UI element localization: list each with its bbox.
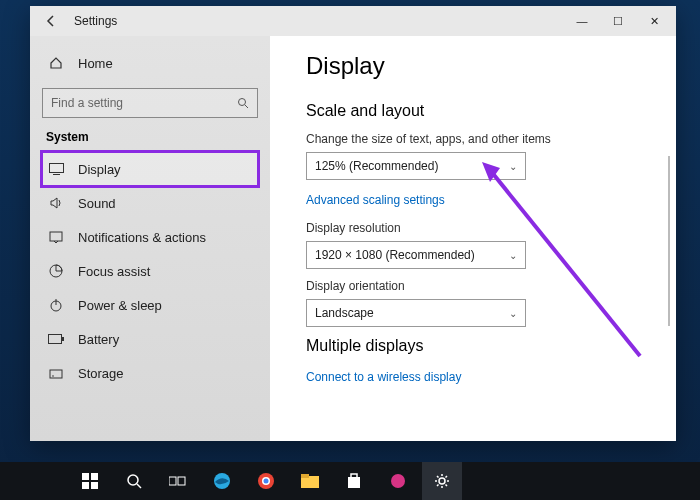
wireless-display-link[interactable]: Connect to a wireless display (306, 370, 461, 384)
sidebar-home[interactable]: Home (42, 46, 258, 80)
scale-value: 125% (Recommended) (315, 159, 438, 173)
page-title: Display (306, 52, 648, 80)
sound-icon (48, 195, 64, 211)
explorer-button[interactable] (290, 462, 330, 500)
content-pane: Display Scale and layout Change the size… (270, 36, 676, 441)
svg-point-30 (439, 478, 445, 484)
resolution-value: 1920 × 1080 (Recommended) (315, 248, 475, 262)
search-icon (237, 97, 249, 109)
sidebar-item-label: Power & sleep (78, 298, 162, 313)
resolution-select[interactable]: 1920 × 1080 (Recommended) ⌄ (306, 241, 526, 269)
search-input[interactable]: Find a setting (42, 88, 258, 118)
svg-point-18 (128, 475, 138, 485)
desktop: Settings — ☐ ✕ Home Find a setting Syste… (0, 0, 700, 500)
chevron-down-icon: ⌄ (509, 250, 517, 261)
svg-rect-10 (50, 370, 62, 378)
svg-point-0 (239, 99, 246, 106)
sidebar-label: Home (78, 56, 113, 71)
svg-rect-27 (301, 474, 309, 478)
taskbar (0, 462, 700, 500)
settings-window: Settings — ☐ ✕ Home Find a setting Syste… (30, 6, 676, 441)
resolution-label: Display resolution (306, 221, 648, 235)
notifications-icon (48, 229, 64, 245)
focus-icon (48, 263, 64, 279)
minimize-button[interactable]: — (564, 6, 600, 36)
svg-line-19 (137, 484, 141, 488)
sidebar: Home Find a setting System Display Sound (30, 36, 270, 441)
svg-point-29 (391, 474, 405, 488)
svg-rect-9 (62, 337, 64, 341)
sidebar-section: System (46, 130, 258, 144)
sidebar-item-sound[interactable]: Sound (42, 186, 258, 220)
scrollbar[interactable] (668, 156, 670, 326)
sidebar-item-focus[interactable]: Focus assist (42, 254, 258, 288)
app-button[interactable] (378, 462, 418, 500)
sidebar-item-power[interactable]: Power & sleep (42, 288, 258, 322)
sidebar-item-label: Sound (78, 196, 116, 211)
sidebar-item-label: Notifications & actions (78, 230, 206, 245)
sidebar-item-storage[interactable]: Storage (42, 356, 258, 390)
power-icon (48, 297, 64, 313)
close-button[interactable]: ✕ (636, 6, 672, 36)
chevron-down-icon: ⌄ (509, 161, 517, 172)
svg-line-1 (245, 105, 248, 108)
scale-heading: Scale and layout (306, 102, 648, 120)
settings-taskbar-button[interactable] (422, 462, 462, 500)
sidebar-item-label: Storage (78, 366, 124, 381)
sidebar-item-label: Battery (78, 332, 119, 347)
home-icon (48, 55, 64, 71)
chrome-button[interactable] (246, 462, 286, 500)
chevron-down-icon: ⌄ (509, 308, 517, 319)
svg-rect-17 (91, 482, 98, 489)
display-icon (48, 161, 64, 177)
search-placeholder: Find a setting (51, 96, 123, 110)
search-button[interactable] (114, 462, 154, 500)
svg-rect-28 (348, 477, 360, 488)
svg-rect-16 (82, 482, 89, 489)
multiple-displays-heading: Multiple displays (306, 337, 648, 355)
orientation-select[interactable]: Landscape ⌄ (306, 299, 526, 327)
svg-rect-8 (49, 335, 62, 344)
back-button[interactable] (44, 14, 62, 28)
sidebar-item-battery[interactable]: Battery (42, 322, 258, 356)
edge-button[interactable] (202, 462, 242, 500)
svg-rect-14 (82, 473, 89, 480)
sidebar-item-notifications[interactable]: Notifications & actions (42, 220, 258, 254)
sidebar-item-display[interactable]: Display (42, 152, 258, 186)
window-body: Home Find a setting System Display Sound (30, 36, 676, 441)
svg-point-11 (52, 375, 54, 377)
orientation-label: Display orientation (306, 279, 648, 293)
sidebar-item-label: Focus assist (78, 264, 150, 279)
svg-rect-21 (178, 477, 185, 485)
svg-point-25 (264, 479, 269, 484)
store-button[interactable] (334, 462, 374, 500)
taskview-button[interactable] (158, 462, 198, 500)
svg-rect-20 (169, 477, 176, 485)
svg-rect-4 (50, 232, 62, 241)
storage-icon (48, 365, 64, 381)
maximize-button[interactable]: ☐ (600, 6, 636, 36)
start-button[interactable] (70, 462, 110, 500)
advanced-scaling-link[interactable]: Advanced scaling settings (306, 193, 445, 207)
titlebar: Settings — ☐ ✕ (30, 6, 676, 36)
window-controls: — ☐ ✕ (564, 6, 672, 36)
sidebar-item-label: Display (78, 162, 121, 177)
scale-label: Change the size of text, apps, and other… (306, 132, 648, 146)
battery-icon (48, 331, 64, 347)
orientation-value: Landscape (315, 306, 374, 320)
svg-rect-15 (91, 473, 98, 480)
scale-select[interactable]: 125% (Recommended) ⌄ (306, 152, 526, 180)
svg-rect-2 (49, 164, 63, 173)
window-title: Settings (74, 14, 117, 28)
